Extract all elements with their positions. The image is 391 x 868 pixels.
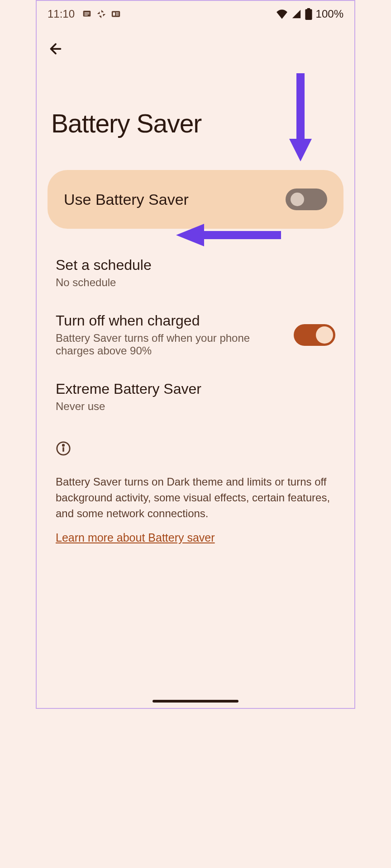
info-icon <box>56 441 71 456</box>
wifi-icon <box>276 9 288 19</box>
news-icon <box>111 9 121 19</box>
extreme-battery-saver-row[interactable]: Extreme Battery Saver Never use <box>37 366 354 427</box>
navigation-handle[interactable] <box>153 700 238 703</box>
turn-off-charged-title: Turn off when charged <box>56 312 285 329</box>
messages-icon <box>82 9 92 19</box>
signal-icon <box>291 9 301 19</box>
battery-percentage: 100% <box>316 8 343 20</box>
svg-rect-2 <box>85 14 90 14</box>
set-schedule-subtitle: No schedule <box>56 276 335 289</box>
turn-off-charged-toggle[interactable] <box>294 324 335 346</box>
status-right: 100% <box>276 8 343 20</box>
learn-more-link[interactable]: Learn more about Battery saver <box>56 531 215 544</box>
toggle-knob <box>291 193 304 206</box>
extreme-subtitle: Never use <box>56 400 335 413</box>
svg-rect-0 <box>83 11 91 17</box>
svg-rect-5 <box>113 12 115 15</box>
status-time: 11:10 <box>48 8 75 20</box>
svg-point-13 <box>62 444 64 446</box>
extreme-title: Extreme Battery Saver <box>56 381 335 397</box>
use-battery-saver-toggle[interactable] <box>286 189 327 210</box>
back-button[interactable] <box>37 27 354 59</box>
battery-icon <box>305 8 312 20</box>
status-notification-icons <box>82 9 121 19</box>
set-schedule-row[interactable]: Set a schedule No schedule <box>37 242 354 303</box>
use-battery-saver-label: Use Battery Saver <box>64 191 189 208</box>
set-schedule-title: Set a schedule <box>56 257 335 274</box>
back-arrow-icon <box>48 41 64 57</box>
status-bar: 11:10 100% <box>37 1 354 27</box>
page-title: Battery Saver <box>37 59 354 170</box>
info-section: Battery Saver turns on Dark theme and li… <box>37 427 354 544</box>
svg-rect-9 <box>305 9 312 20</box>
use-battery-saver-row[interactable]: Use Battery Saver <box>48 170 343 229</box>
svg-rect-3 <box>85 15 88 15</box>
svg-rect-7 <box>116 14 119 14</box>
svg-rect-6 <box>116 12 119 13</box>
svg-rect-10 <box>307 8 310 9</box>
svg-rect-1 <box>85 12 90 13</box>
status-left: 11:10 <box>48 8 121 20</box>
toggle-knob <box>316 326 333 344</box>
info-text: Battery Saver turns on Dark theme and li… <box>56 474 335 521</box>
svg-rect-8 <box>116 15 119 15</box>
turn-off-charged-row[interactable]: Turn off when charged Battery Saver turn… <box>37 303 354 366</box>
turn-off-charged-subtitle: Battery Saver turns off when your phone … <box>56 332 285 357</box>
photos-icon <box>96 9 106 19</box>
